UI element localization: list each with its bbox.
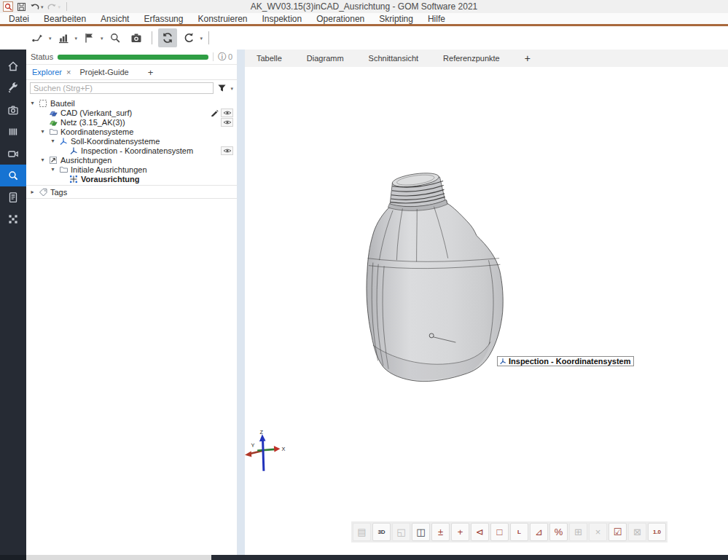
tree-row-soll-koordinatensysteme[interactable]: ▾ Soll-Koordinatensysteme	[26, 136, 237, 146]
flag-button[interactable]	[79, 28, 98, 47]
stripe-projection-icon[interactable]	[0, 121, 26, 143]
menu-hilfe[interactable]: Hilfe	[420, 13, 453, 25]
stage-selector-caret[interactable]: ▾	[49, 36, 52, 41]
apply-check-button[interactable]: ☑	[608, 523, 627, 541]
grid-button[interactable]: ⊞	[569, 523, 587, 541]
expander-icon[interactable]: ▾	[29, 100, 36, 106]
tree-label: Vorausrichtung	[81, 175, 139, 184]
frame-button[interactable]: □	[490, 523, 509, 541]
redo-button[interactable]: ▾	[47, 3, 61, 11]
tree-label: Tags	[50, 188, 67, 197]
recalculate-button[interactable]	[158, 28, 177, 47]
tree-row-koordinatensysteme[interactable]: ▾ Koordinatensysteme	[26, 127, 237, 136]
menu-konstruieren[interactable]: Konstruieren	[190, 13, 254, 25]
home-icon[interactable]	[0, 55, 26, 77]
panel-splitter[interactable]	[238, 50, 245, 555]
tab-tabelle[interactable]: Tabelle	[257, 54, 282, 63]
tree-divider	[26, 185, 237, 186]
stretch-button[interactable]: ×	[589, 523, 607, 541]
diagram-caret[interactable]: ▾	[75, 36, 78, 41]
diagram-button[interactable]	[54, 28, 73, 47]
part-icon	[38, 99, 48, 108]
undo-button[interactable]: ▾	[30, 3, 44, 11]
tree-row-tags[interactable]: ▸ Tags	[26, 187, 237, 197]
tree-row-vorausrichtung[interactable]: Vorausrichtung	[26, 174, 237, 184]
add-viewport-tab-button[interactable]: +	[525, 52, 531, 64]
menu-inspektion[interactable]: Inspektion	[255, 13, 310, 25]
snapshot-button[interactable]	[127, 28, 146, 47]
label-leader-button[interactable]: ⊲	[471, 523, 489, 541]
redo-dropdown-caret[interactable]: ▾	[58, 4, 61, 9]
close-icon[interactable]: ×	[66, 68, 71, 76]
tab-explorer[interactable]: Explorer	[32, 68, 62, 76]
drag-select-button[interactable]: ◱	[392, 523, 410, 541]
report-icon[interactable]	[0, 186, 26, 208]
bottom-status-strip	[0, 555, 728, 560]
zoom-button[interactable]	[106, 28, 125, 47]
refresh-caret[interactable]: ▾	[200, 36, 203, 41]
tree-row-netz[interactable]: Netz (3.15_AK(3))	[26, 117, 237, 127]
filter-funnel-icon[interactable]	[217, 84, 227, 92]
bottom-strip-segment	[0, 555, 26, 560]
tree-row-initiale-ausrichtungen[interactable]: ▾ Initiale Ausrichtungen	[26, 165, 237, 174]
tab-projekt-guide[interactable]: Projekt-Guide	[79, 68, 128, 76]
filter-caret[interactable]: ▾	[230, 86, 233, 91]
scale-link-button[interactable]: %	[549, 523, 568, 541]
setup-wrench-icon[interactable]	[0, 77, 26, 99]
cad-icon	[48, 109, 58, 117]
cross-deviation-button[interactable]: +	[451, 523, 469, 541]
menu-ansicht[interactable]: Ansicht	[93, 13, 136, 25]
flag-caret[interactable]: ▾	[101, 36, 103, 41]
frame-legend-button[interactable]: L	[510, 523, 528, 541]
search-icon[interactable]	[0, 165, 26, 186]
save-button[interactable]	[17, 2, 26, 12]
status-row: Status ⓘ 0	[26, 50, 237, 65]
tree-label: Inspection - Koordinatensystem	[81, 146, 193, 155]
menu-skripting[interactable]: Skripting	[372, 13, 420, 25]
video-icon[interactable]	[0, 143, 26, 165]
3d-label-view-button[interactable]: 3D	[372, 523, 391, 541]
tree-row-cad[interactable]: CAD (Vierkant_surf)	[26, 108, 237, 117]
tag-icon	[38, 188, 48, 197]
id-label-button[interactable]: ▤	[353, 523, 371, 541]
refresh-button[interactable]	[179, 28, 198, 47]
menu-erfassung[interactable]: Erfassung	[136, 13, 190, 25]
expander-icon[interactable]: ▾	[39, 128, 46, 135]
discard-button[interactable]: ⊠	[628, 523, 646, 541]
expander-icon[interactable]: ▸	[29, 189, 36, 195]
expander-icon[interactable]: ▾	[39, 157, 46, 163]
compare-halves-button[interactable]: ◫	[412, 523, 430, 541]
expander-icon[interactable]: ▾	[50, 138, 56, 144]
tab-diagramm[interactable]: Diagramm	[307, 54, 344, 63]
title-bar: ▾ ▾ AK_WV03.15(3)inCAD_Ausrichtung - GOM…	[0, 0, 728, 13]
viewport-bottom-toolbar: ▤ 3D ◱ ◫ ± + ⊲ □ L ⊿ % ⊞ × ☑ ⊠ 1.0	[351, 521, 668, 543]
point-deviation-button[interactable]: ±	[431, 523, 450, 541]
stage-selector-button[interactable]	[28, 28, 47, 47]
search-input[interactable]	[30, 82, 214, 94]
visibility-eye-icon[interactable]	[221, 146, 233, 155]
tree-row-inspection-koordinatensystem[interactable]: Inspection - Koordinatensystem	[26, 146, 237, 155]
visibility-eye-icon[interactable]	[221, 109, 233, 117]
add-tab-button[interactable]: +	[148, 67, 154, 78]
tab-referenzpunkte[interactable]: Referenzpunkte	[443, 54, 500, 63]
menu-operationen[interactable]: Operationen	[309, 13, 372, 25]
3d-canvas[interactable]: Z X Y Inspection - Koordinatensystem ▤ 3…	[245, 67, 728, 555]
capture-camera-icon[interactable]	[0, 99, 26, 121]
menu-datei[interactable]: Datei	[1, 13, 36, 25]
info-icon[interactable]: ⓘ	[218, 51, 227, 63]
visibility-eye-icon[interactable]	[221, 118, 233, 127]
viewport-tabs: Tabelle Diagramm Schnittansicht Referenz…	[245, 50, 728, 67]
viewport-annotation[interactable]: Inspection - Koordinatensystem	[497, 356, 634, 366]
angle-measure-button[interactable]: ⊿	[530, 523, 548, 541]
quick-access-toolbar: ▾ ▾	[3, 1, 69, 12]
tab-schnittansicht[interactable]: Schnittansicht	[369, 54, 418, 63]
undo-dropdown-caret[interactable]: ▾	[41, 4, 44, 9]
edit-pencil-icon[interactable]	[211, 109, 219, 117]
expander-icon[interactable]: ▾	[50, 166, 56, 173]
axis-y-label: Y	[251, 442, 255, 449]
tree-row-ausrichtungen[interactable]: ▾ Ausrichtungen	[26, 155, 237, 165]
apps-grid-icon[interactable]	[0, 208, 26, 230]
tree-row-bauteil[interactable]: ▾ Bauteil	[26, 98, 237, 108]
menu-bearbeiten[interactable]: Bearbeiten	[36, 13, 93, 25]
scale-1-0-button[interactable]: 1.0	[648, 523, 666, 541]
